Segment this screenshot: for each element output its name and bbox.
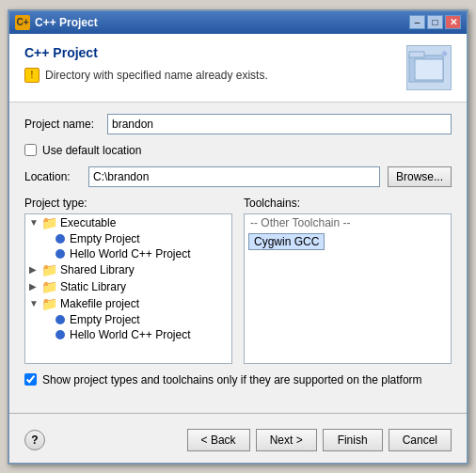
tree-text-static: Static Library: [60, 280, 126, 293]
tree-item-hello-world-2[interactable]: Hello World C++ Project: [25, 327, 231, 342]
bullet-icon-hello-2: [56, 330, 65, 339]
tree-text-hello-2: Hello World C++ Project: [70, 328, 191, 341]
show-supported-checkbox[interactable]: [24, 373, 37, 386]
bullet-icon-empty-1: [56, 234, 65, 244]
warning-icon: !: [24, 68, 40, 83]
next-button[interactable]: Next >: [256, 429, 317, 451]
tree-text-empty-1: Empty Project: [70, 232, 140, 245]
finish-button[interactable]: Finish: [323, 429, 383, 451]
expand-icon: ▼: [29, 217, 39, 228]
toolchain-selected-container: Cygwin GCC: [245, 231, 451, 252]
folder-icon-makefile: 📁: [41, 296, 57, 311]
folder-icon-shared: 📁: [41, 262, 57, 277]
toolchain-cygwin[interactable]: Cygwin GCC: [248, 233, 325, 250]
folder-icon-static: 📁: [41, 279, 57, 294]
project-name-row: Project name:: [24, 114, 452, 134]
tree-item-hello-world-1[interactable]: Hello World C++ Project: [25, 246, 231, 261]
warning-message-row: ! Directory with specified name already …: [24, 68, 397, 83]
minimize-button[interactable]: –: [409, 15, 425, 29]
back-button[interactable]: < Back: [187, 429, 250, 451]
project-name-input[interactable]: [107, 114, 452, 134]
toolchains-column: Toolchains: -- Other Toolchain -- Cygwin…: [244, 197, 452, 364]
tree-item-executable[interactable]: ▼ 📁 Executable: [25, 214, 231, 231]
location-input[interactable]: [88, 166, 380, 187]
tree-text-empty-2: Empty Project: [70, 313, 140, 326]
two-column-section: Project type: ▼ 📁 Executable Empty Proje…: [24, 197, 452, 364]
maximize-button[interactable]: □: [427, 15, 443, 29]
dialog-title: C++ Project: [24, 45, 397, 60]
dialog-header: C++ Project ! Directory with specified n…: [9, 34, 467, 102]
project-type-label: Project type:: [24, 197, 232, 210]
nav-buttons: < Back Next > Finish Cancel: [187, 429, 452, 451]
dialog-window: C+ C++ Project – □ ✕ C++ Project ! Direc…: [8, 9, 468, 465]
title-bar-left: C+ C++ Project: [15, 15, 98, 30]
warning-text: Directory with specified name already ex…: [45, 69, 268, 82]
tree-item-static-library[interactable]: ▶ 📁 Static Library: [25, 278, 231, 295]
location-label: Location:: [24, 170, 81, 183]
expand-icon-makefile: ▼: [29, 298, 39, 308]
tree-text-makefile: Makefile project: [60, 297, 139, 310]
title-bar-buttons: – □ ✕: [409, 15, 461, 29]
expand-icon-static: ▶: [29, 281, 39, 292]
tree-item-empty-project-2[interactable]: Empty Project: [25, 312, 231, 327]
bullet-icon-empty-2: [56, 315, 65, 324]
folder-icon-executable: 📁: [41, 215, 57, 230]
svg-text:✦: ✦: [441, 49, 449, 59]
tree-text-shared: Shared Library: [60, 263, 135, 276]
bullet-icon-hello-1: [56, 249, 65, 259]
divider: [9, 413, 467, 414]
window-title: C++ Project: [35, 16, 98, 29]
toolchain-other[interactable]: -- Other Toolchain --: [245, 214, 451, 231]
project-type-panel[interactable]: ▼ 📁 Executable Empty Project Hello World…: [24, 213, 232, 364]
toolchains-panel[interactable]: -- Other Toolchain -- Cygwin GCC: [244, 213, 452, 364]
show-supported-label: Show project types and toolchains only i…: [42, 373, 422, 386]
use-default-location-checkbox[interactable]: [24, 144, 37, 156]
tree-text-executable: Executable: [60, 216, 116, 229]
use-default-location-row: Use default location: [24, 144, 452, 157]
expand-icon-shared: ▶: [29, 264, 39, 275]
tree-text-hello-1: Hello World C++ Project: [70, 247, 191, 260]
header-image: ✦: [406, 45, 452, 90]
location-row: Location: Browse...: [24, 166, 452, 187]
title-bar: C+ C++ Project – □ ✕: [9, 11, 467, 34]
cancel-button[interactable]: Cancel: [389, 429, 452, 451]
close-button[interactable]: ✕: [445, 15, 461, 29]
browse-button[interactable]: Browse...: [388, 166, 452, 187]
tree-item-shared-library[interactable]: ▶ 📁 Shared Library: [25, 261, 231, 278]
button-row: ? < Back Next > Finish Cancel: [9, 421, 467, 463]
app-icon: C+: [15, 15, 30, 30]
bottom-checkbox-row: Show project types and toolchains only i…: [24, 373, 452, 386]
dialog-body: Project name: Use default location Locat…: [9, 102, 467, 405]
project-name-label: Project name:: [24, 118, 100, 131]
svg-rect-2: [415, 59, 443, 80]
project-type-column: Project type: ▼ 📁 Executable Empty Proje…: [24, 197, 232, 364]
tree-item-makefile[interactable]: ▼ 📁 Makefile project: [25, 295, 231, 312]
help-button[interactable]: ?: [24, 430, 45, 450]
header-graphic: ✦: [407, 46, 452, 91]
tree-item-empty-project-1[interactable]: Empty Project: [25, 231, 231, 246]
use-default-location-label: Use default location: [42, 144, 141, 157]
toolchains-label: Toolchains:: [244, 197, 452, 210]
dialog-header-left: C++ Project ! Directory with specified n…: [24, 45, 397, 83]
svg-rect-1: [409, 52, 424, 57]
